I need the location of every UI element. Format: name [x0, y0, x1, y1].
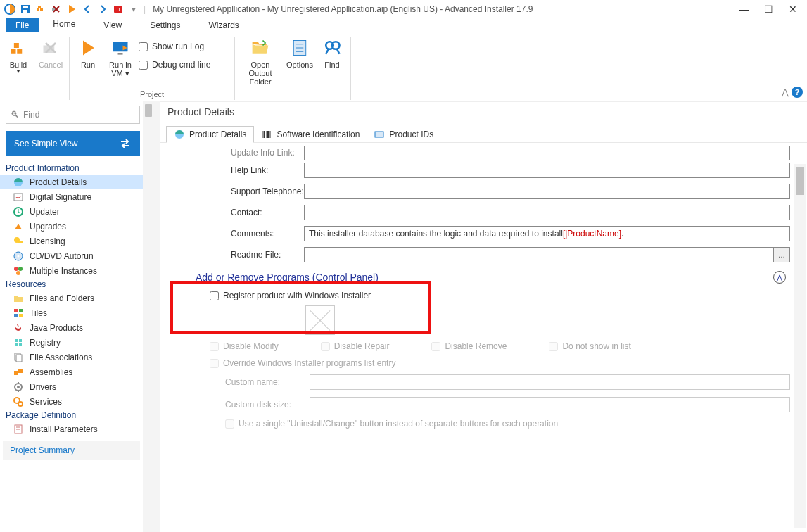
nav-assemblies[interactable]: Assemblies: [0, 365, 153, 379]
find-input[interactable]: 🔍︎ Find: [6, 106, 140, 124]
svg-rect-25: [14, 194, 23, 201]
left-scrollbar[interactable]: [143, 101, 153, 532]
nav-cddvd[interactable]: CD/DVD Autorun: [0, 248, 153, 263]
folder-icon: [13, 293, 24, 304]
close-button[interactable]: ✕: [789, 4, 797, 15]
product-details-icon: [13, 177, 24, 188]
control-panel-icon-placeholder[interactable]: [305, 305, 335, 335]
updater-icon: [13, 206, 24, 217]
svg-rect-38: [15, 339, 18, 342]
svg-point-31: [14, 267, 18, 271]
svg-point-32: [18, 267, 23, 271]
svg-rect-41: [19, 343, 22, 346]
back-icon[interactable]: [82, 4, 93, 15]
build-icon: [7, 37, 30, 59]
svg-point-30: [18, 255, 20, 257]
label-custom-disk: Custom disk size:: [225, 400, 310, 410]
save-icon[interactable]: [20, 4, 31, 15]
tab-file[interactable]: File: [6, 18, 39, 32]
chk-register[interactable]: Register product with Windows Installer: [174, 288, 790, 303]
svg-line-23: [337, 49, 340, 54]
forward-icon[interactable]: [97, 4, 108, 15]
signature-icon: [13, 191, 24, 203]
input-readme[interactable]: [304, 247, 773, 262]
svg-point-51: [18, 402, 23, 406]
show-run-log-check[interactable]: Show run Log: [139, 39, 230, 53]
subtab-software-id[interactable]: Software Identification: [254, 127, 367, 142]
qat-dropdown-icon[interactable]: ▾: [128, 4, 139, 15]
nav-files-folders[interactable]: Files and Folders: [0, 291, 153, 305]
svg-rect-34: [14, 309, 18, 312]
tab-home[interactable]: Home: [39, 17, 89, 32]
nav-updater[interactable]: Updater: [0, 204, 153, 219]
project-summary-button[interactable]: Project Summary: [3, 441, 140, 460]
group-package-def: Package Definition: [0, 409, 153, 422]
run-button[interactable]: Run: [74, 37, 102, 69]
run-vm-icon: [109, 37, 132, 59]
licensing-icon: [13, 236, 24, 247]
badge-icon[interactable]: 0: [113, 4, 124, 15]
simple-view-button[interactable]: See Simple View: [6, 131, 140, 156]
subtabs: Product Details Software Identification …: [160, 122, 807, 143]
label-contact: Contact:: [174, 208, 304, 217]
search-icon: 🔍︎: [11, 110, 19, 120]
tab-settings[interactable]: Settings: [136, 18, 194, 32]
build-button[interactable]: Build▾: [4, 37, 32, 75]
subtab-details[interactable]: Product Details: [166, 126, 254, 143]
registry-icon: [13, 337, 24, 348]
folder-open-icon: [249, 37, 272, 59]
collapse-icon[interactable]: ⋀: [773, 271, 786, 284]
tab-view[interactable]: View: [89, 18, 136, 32]
input-contact[interactable]: [304, 205, 790, 220]
nav-drivers[interactable]: Drivers: [0, 379, 153, 394]
debug-cmd-check[interactable]: Debug cmd line: [139, 58, 230, 72]
nav-install-params[interactable]: Install Parameters: [0, 422, 153, 436]
nav-file-assoc[interactable]: File Associations: [0, 350, 153, 365]
svg-rect-5: [40, 8, 43, 11]
nav-upgrades[interactable]: Upgrades: [0, 219, 153, 234]
svg-rect-2: [23, 6, 28, 8]
run-qat-icon[interactable]: [66, 4, 77, 15]
input-help-link[interactable]: [304, 163, 790, 178]
nav-product-details[interactable]: Product Details: [0, 175, 153, 189]
run-in-vm-button[interactable]: Run in VM ▾: [106, 37, 134, 77]
nav-multi-instances[interactable]: Multiple Instances: [0, 263, 153, 278]
svg-point-33: [16, 271, 20, 275]
find-icon: [321, 37, 343, 59]
tab-wizards[interactable]: Wizards: [195, 18, 253, 32]
svg-rect-3: [23, 10, 27, 13]
chk-disable-repair: Disable Repair: [321, 338, 390, 354]
nav-registry[interactable]: Registry: [0, 335, 153, 350]
maximize-button[interactable]: ☐: [764, 4, 773, 15]
label-support-tel: Support Telephone:: [174, 186, 304, 196]
globe-icon: [174, 129, 185, 140]
svg-rect-44: [14, 371, 18, 375]
svg-rect-37: [19, 314, 23, 317]
input-comments[interactable]: This installer database contains the log…: [304, 226, 790, 241]
app-icon: [4, 4, 15, 15]
help-icon[interactable]: ?: [792, 87, 803, 98]
open-output-button[interactable]: Open Output Folder: [239, 37, 281, 86]
nav-tiles[interactable]: Tiles: [0, 305, 153, 320]
nav-licensing[interactable]: Licensing: [0, 234, 153, 248]
browse-readme-button[interactable]: …: [773, 247, 790, 262]
label-comments: Comments:: [174, 229, 304, 239]
subtab-product-ids[interactable]: Product IDs: [367, 127, 440, 142]
options-button[interactable]: Options: [286, 37, 314, 69]
nav-digital-signature[interactable]: Digital Signature: [0, 189, 153, 204]
content-scrollbar[interactable]: [794, 164, 806, 528]
build-qat-icon[interactable]: [35, 4, 46, 15]
input-support-tel[interactable]: [304, 184, 790, 199]
cancel-qat-icon[interactable]: [51, 4, 62, 15]
nav-services[interactable]: Services: [0, 394, 153, 409]
run-icon: [77, 37, 99, 59]
label-help-link: Help Link:: [174, 165, 304, 175]
find-button[interactable]: Find: [318, 37, 346, 69]
svg-rect-12: [14, 43, 19, 48]
nav-java[interactable]: Java Products: [0, 320, 153, 335]
params-icon: [13, 424, 24, 435]
input-update-info[interactable]: [304, 146, 790, 160]
ribbon-collapse-icon[interactable]: ⋀: [782, 87, 789, 97]
minimize-button[interactable]: —: [739, 4, 749, 15]
file-assoc-icon: [13, 352, 24, 363]
